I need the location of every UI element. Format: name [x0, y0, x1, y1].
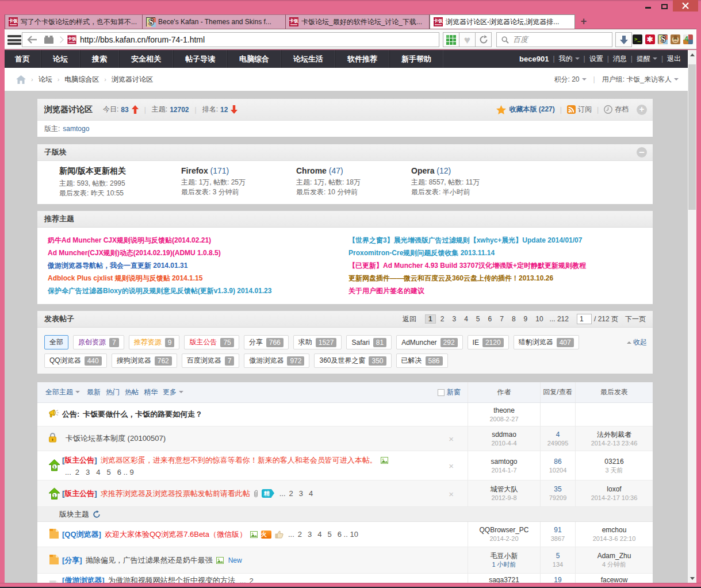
browser-tab[interactable]: S Bece's Kafan - Themes and Skins f... [143, 14, 286, 29]
reply-count[interactable]: 5 [556, 551, 560, 560]
recommended-topic-link[interactable]: 更新网盘插件——微云和百度云及360云盘上传的插件！2013.10.26 [348, 272, 586, 285]
filter-button[interactable]: 傲游浏览器972 [244, 353, 309, 368]
username-link[interactable]: bece901 [519, 55, 549, 63]
archive-link[interactable]: 存档 [615, 105, 629, 114]
subforum-item[interactable]: 新闻/版本更新相关 主题: 593, 帖数: 2995最后发表: 昨天 10:5… [59, 166, 126, 198]
page-number-link[interactable]: 3 [449, 314, 459, 324]
lastpost-author[interactable]: loxof [607, 485, 621, 494]
filter-button[interactable]: IE2120 [468, 335, 509, 349]
subforum-name[interactable]: 新闻/版本更新相关 [59, 166, 126, 175]
breadcrumb-item[interactable]: 浏览器讨论区 [112, 75, 153, 83]
page-number-link[interactable]: 5 [473, 314, 484, 324]
reply-count[interactable]: 86 [554, 457, 561, 466]
subforum-item[interactable]: Firefox (171) 主题: 1万, 帖数: 25万最后发表: 3 分钟前 [181, 166, 246, 197]
thread-title[interactable]: 抛除偏见，广告过滤果然还是奶牛最强 [86, 555, 213, 566]
user-menu-item[interactable]: 我的 [559, 55, 573, 63]
author-link[interactable]: theone [493, 406, 515, 415]
page-number-link[interactable]: 9 [520, 314, 531, 324]
url-text[interactable]: http://bbs.kafan.cn/forum-74-1.html [80, 35, 205, 44]
recommended-topic-link[interactable]: 【世界之窗3】晨光增强版广告过滤规则【xwhyc+晨光】Update 2014/… [348, 234, 586, 247]
recommended-topic-link[interactable]: 保护伞广告过滤器Bloxy的说明及规则意见反馈帖(更新v1.3.9) 2014.… [48, 285, 271, 297]
author-link[interactable]: sddmao [492, 430, 516, 439]
lastpost-author[interactable]: Adam_Zhu [597, 551, 631, 560]
greasemonkey-extension-icon[interactable] [671, 34, 680, 44]
subscribe-link[interactable]: 订阅 [578, 105, 592, 114]
lastpost-author[interactable]: emchou [602, 525, 627, 535]
subforum-name[interactable]: Firefox [181, 166, 208, 175]
thread-tag[interactable]: [版主公告] [62, 489, 97, 499]
filter-button[interactable]: QQ浏览器440 [44, 353, 107, 368]
close-thread-icon[interactable]: × [449, 489, 454, 498]
navbar-item[interactable]: 新手帮助 [389, 50, 443, 68]
thread-title[interactable]: 卡饭要做什么，卡饭的路要如何走？ [83, 409, 202, 420]
usergroup-link[interactable]: 用户组: 卡饭_来访客人 [602, 75, 672, 84]
session-box-icon[interactable] [43, 35, 55, 44]
scrollbar-thumb[interactable] [688, 64, 696, 210]
page-number-link[interactable]: 1 [425, 314, 436, 324]
lastpost-author[interactable]: 03216 [604, 457, 623, 466]
thread-title[interactable]: 欢迎大家体验QQ浏览器7.6Beta（微信版） [105, 529, 247, 540]
author-link[interactable]: saga3721 [489, 575, 519, 583]
back-link[interactable]: 返回 [403, 314, 416, 324]
filter-button[interactable]: 求助1527 [293, 335, 342, 349]
thread-title[interactable]: 求推荐浏览器及浏览器投票帖发帖前请看此帖 [101, 489, 250, 499]
author-link[interactable]: samtogo [491, 457, 517, 466]
author-link[interactable]: QQBrowser_PC [479, 525, 528, 535]
page-number-link[interactable]: 10 [532, 314, 546, 324]
back-icon[interactable] [27, 36, 37, 44]
thread-pages[interactable]: ...23456 .. 10 [288, 530, 364, 539]
page-number-link[interactable]: 8 [508, 314, 519, 324]
scroll-up-button[interactable] [688, 50, 696, 59]
navbar-item[interactable]: 首页 [5, 50, 41, 68]
scroll-down-button[interactable] [688, 574, 696, 583]
navbar-item[interactable]: 论坛 [41, 50, 80, 68]
new-tab-button[interactable]: + [575, 14, 592, 29]
subforum-item[interactable]: Opera (12) 主题: 8557, 帖数: 11万最后发表: 半小时前 [411, 166, 480, 197]
reply-count[interactable]: 19 [554, 575, 561, 583]
navbar-item[interactable]: 软件推荐 [335, 50, 389, 68]
reply-count[interactable]: 35 [554, 485, 561, 494]
filter-button[interactable]: 百度浏览器7 [182, 353, 240, 368]
stylish-extension-icon[interactable]: S [658, 34, 668, 44]
sort-link[interactable]: 最新 [87, 387, 101, 397]
browser-tab[interactable]: 卡饭 卡饭论坛_最好的软件论坛_讨论_下载... [286, 14, 430, 29]
subforum-name[interactable]: Chrome [296, 166, 327, 175]
favorite-forum-link[interactable]: 收藏本版 (227) [509, 105, 554, 114]
page-number-link[interactable]: 2 [437, 314, 448, 324]
thread-pages[interactable]: ...2 [240, 577, 259, 583]
navbar-item[interactable]: 论坛生活 [281, 50, 335, 68]
home-icon[interactable] [16, 75, 26, 84]
collapse-circle-button[interactable]: – [637, 147, 647, 157]
minimize-button[interactable] [639, 0, 656, 11]
thread-pages[interactable]: ...234 [279, 489, 319, 498]
breadcrumb-item[interactable]: 电脑综合区 [64, 75, 99, 83]
next-page-link[interactable]: 下一页 [625, 314, 646, 324]
navbar-item[interactable]: 安全相关 [119, 50, 173, 68]
filter-button[interactable]: 版主公告75 [184, 335, 239, 349]
apps-grid-button[interactable] [443, 32, 459, 47]
search-bar[interactable]: 百度 [496, 32, 612, 47]
lastpass-extension-icon[interactable]: ✱ [645, 34, 655, 44]
navbar-item[interactable]: 搜索 [80, 50, 119, 68]
score-link[interactable]: 积分: 20 [554, 75, 580, 84]
browser-tab[interactable]: 卡饭 浏览器讨论区-浏览器论坛,浏览器排... [430, 14, 575, 29]
breadcrumb-item[interactable]: 论坛 [39, 75, 52, 83]
filter-button[interactable]: 猎豹浏览器407 [514, 335, 579, 349]
filter-button[interactable]: 搜狗浏览器762 [112, 353, 177, 368]
moderator-link[interactable]: samtogo [63, 125, 89, 133]
filter-button[interactable]: 原创资源7 [73, 335, 124, 349]
author-link[interactable]: 城管大队 [491, 485, 518, 494]
recommended-topic-link[interactable]: 关于用户图片签名的建议 [348, 285, 586, 297]
sort-link[interactable]: 精华 [144, 387, 158, 397]
thread-tag[interactable]: [傲游浏览器] [62, 575, 105, 583]
user-menu-item[interactable]: 退出 [667, 55, 681, 63]
reload-button[interactable] [475, 32, 492, 47]
reply-count[interactable]: 91 [554, 525, 561, 535]
lastpost-author[interactable]: facewow [601, 575, 628, 583]
navbar-item[interactable]: 帖子导读 [173, 50, 227, 68]
refresh-icon[interactable] [93, 510, 101, 518]
recommended-topic-link[interactable]: Adblock Plus cjxlist 规则说明与反馈贴 2014.1.15 [48, 272, 271, 285]
browser-tab[interactable]: 卡饭 写了个卡饭论坛的样式，也不知算不... [5, 14, 143, 29]
thread-tag[interactable]: [分享] [62, 555, 82, 566]
expand-circle-button[interactable]: + [637, 105, 647, 115]
